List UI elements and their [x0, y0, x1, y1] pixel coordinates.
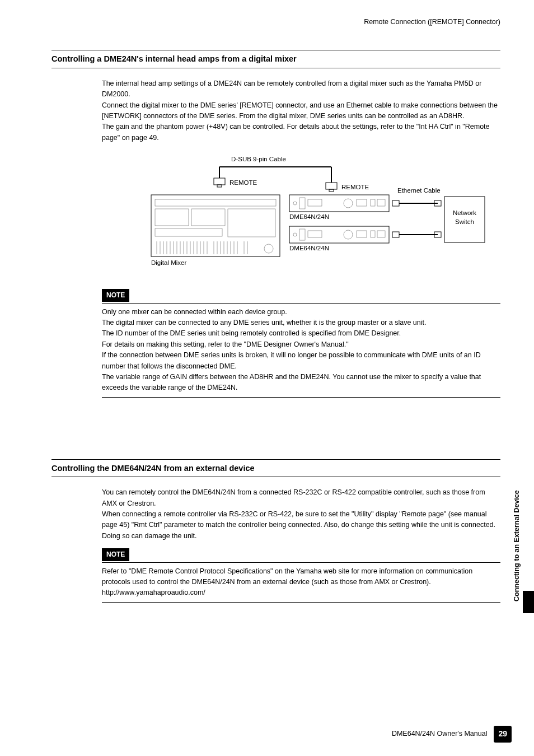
dme-label-1: DME64N/24N	[289, 213, 329, 220]
svg-rect-42	[299, 198, 305, 209]
side-tab-marker	[523, 591, 534, 613]
svg-point-41	[293, 202, 297, 205]
svg-rect-50	[299, 229, 305, 240]
svg-rect-51	[308, 231, 322, 237]
divider	[102, 602, 500, 603]
section2-body: You can remotely control the DME64N/24N …	[102, 487, 500, 542]
svg-point-52	[344, 230, 353, 239]
section1-p1: The internal head amp settings of a DME2…	[102, 78, 500, 100]
network-switch-label: Switch	[455, 218, 474, 225]
svg-rect-10	[191, 209, 225, 226]
ethernet-label: Ethernet Cable	[397, 187, 441, 194]
note-label: NOTE	[102, 548, 129, 561]
remote-label-right: REMOTE	[341, 184, 369, 190]
svg-rect-54	[371, 231, 375, 237]
divider	[102, 562, 500, 563]
note2-p2: http://www.yamahaproaudio.com/	[102, 587, 500, 598]
divider	[102, 303, 500, 304]
svg-rect-6	[329, 189, 334, 192]
svg-rect-47	[377, 199, 385, 206]
section1-title: Controlling a DME24N's internal head amp…	[51, 50, 500, 68]
svg-rect-12	[228, 209, 275, 237]
note-block-2: NOTE Refer to "DME Remote Control Protoc…	[102, 548, 500, 603]
svg-rect-40	[289, 195, 389, 212]
svg-rect-53	[357, 231, 367, 237]
dme-label-2: DME64N/24N	[289, 245, 329, 251]
note1-p2: The digital mixer can be connected to an…	[102, 318, 500, 328]
divider	[102, 397, 500, 398]
svg-rect-11	[155, 228, 222, 236]
remote-connector-icon	[326, 183, 337, 192]
manual-title: DME64N/24N Owner's Manual	[392, 729, 488, 739]
page-footer: DME64N/24N Owner's Manual 29	[392, 726, 512, 743]
svg-rect-58	[392, 232, 399, 237]
dsub-label: D-SUB 9-pin Cable	[231, 156, 286, 162]
svg-rect-45	[357, 199, 367, 206]
section1-p2: Connect the digital mixer to the DME ser…	[102, 100, 500, 122]
svg-rect-8	[155, 199, 276, 206]
dme-unit-icon	[289, 226, 389, 243]
svg-rect-3	[214, 178, 225, 185]
remote-label-left: REMOTE	[229, 179, 257, 186]
svg-rect-46	[371, 199, 375, 206]
section1-p3: The gain and the phantom power (+48V) ca…	[102, 122, 500, 143]
network-switch-label: Network	[453, 209, 476, 216]
remote-connector-icon	[214, 178, 225, 187]
note2-p1: Refer to "DME Remote Control Protocol Sp…	[102, 566, 500, 588]
dme-unit-icon	[289, 195, 389, 212]
section1-body: The internal head amp settings of a DME2…	[102, 78, 500, 143]
svg-rect-55	[377, 231, 385, 237]
note1-p1: Only one mixer can be connected within e…	[102, 307, 500, 318]
svg-rect-43	[308, 199, 322, 206]
side-tab-label: Connecting to an External Device	[512, 479, 522, 613]
section2-title: Controlling the DME64N/24N from an exter…	[51, 459, 500, 477]
connection-diagram: D-SUB 9-pin Cable REMOTE REMOTE Ethernet…	[102, 155, 500, 278]
note1-p3: The ID number of the DME series unit bei…	[102, 328, 500, 339]
section2-p1: You can remotely control the DME64N/24N …	[102, 487, 500, 509]
svg-rect-4	[217, 185, 222, 187]
svg-point-49	[293, 233, 297, 236]
digital-mixer-label: Digital Mixer	[151, 259, 186, 266]
note-block-1: NOTE Only one mixer can be connected wit…	[102, 289, 500, 398]
svg-rect-56	[392, 200, 399, 206]
note1-p6: The variable range of GAIN differs betwe…	[102, 372, 500, 394]
note-label: NOTE	[102, 289, 129, 302]
svg-rect-5	[326, 183, 337, 189]
side-tab: Connecting to an External Device	[512, 479, 528, 613]
header-breadcrumb: Remote Connection ([REMOTE] Connector)	[51, 17, 500, 27]
svg-point-44	[344, 199, 353, 208]
svg-point-39	[264, 244, 273, 253]
page-number-badge: 29	[494, 726, 512, 743]
note1-p4: For details on making this setting, refe…	[102, 339, 500, 350]
note1-p5: If the connection between DME series uni…	[102, 350, 500, 372]
svg-rect-48	[289, 226, 389, 243]
svg-rect-9	[155, 209, 189, 226]
section2-p2: When connecting a remote controller via …	[102, 509, 500, 542]
